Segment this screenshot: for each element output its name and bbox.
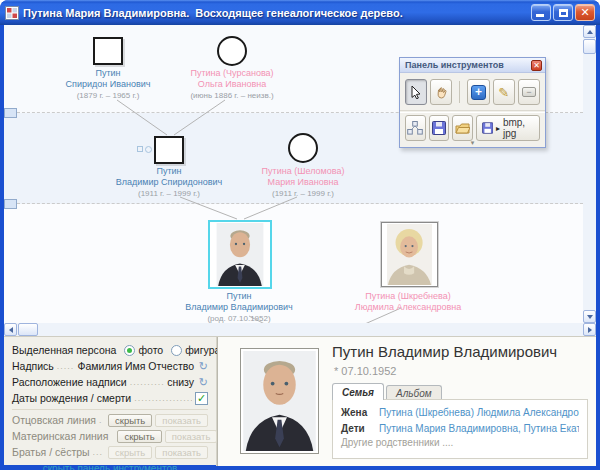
add-person-button[interactable]: + — [467, 79, 489, 105]
hidden-sibling-square-icon — [137, 146, 143, 152]
arrow-left-icon — [9, 327, 13, 333]
export-arrow-icon: ▸ — [496, 124, 500, 133]
siblings-row: Братья / сёстры скрыть показать — [12, 444, 208, 460]
folder-icon — [455, 122, 470, 134]
person-node-putin-selected[interactable] — [208, 220, 272, 289]
cycle-position-icon[interactable]: ↻ — [194, 376, 208, 389]
dotted-leader — [130, 377, 164, 387]
horizontal-scrollbar[interactable] — [4, 323, 596, 336]
siblings-label: Братья / сёстры — [12, 446, 90, 458]
person-label: Путина (Шкребнева) Людмила Александровна — [333, 291, 483, 313]
siblings-show-button[interactable]: показать — [155, 446, 208, 459]
close-button[interactable]: ✕ — [575, 4, 595, 21]
open-button[interactable] — [452, 115, 473, 141]
vertical-scrollbar[interactable] — [583, 25, 596, 323]
scroll-down-button[interactable] — [583, 310, 596, 323]
toolbox-titlebar[interactable]: Панель инструментов ✕ — [400, 58, 545, 73]
father-line-label: Отцовская линия — [12, 414, 96, 426]
tab-family[interactable]: Семья — [332, 383, 384, 400]
dotted-leader — [134, 393, 192, 403]
scroll-left-button[interactable] — [4, 323, 17, 336]
app-window: Путина Мария Владимировна. Восходящее ге… — [0, 0, 600, 470]
children-links[interactable]: Путина Мария Владимировна, Путина Екатер… — [379, 423, 579, 434]
tree-layout-button[interactable] — [405, 115, 426, 141]
edit-person-button[interactable]: ✎ — [493, 79, 515, 105]
putin-portrait — [211, 223, 269, 286]
father-show-button[interactable]: показать — [155, 414, 208, 427]
toolbox-collapse-grip[interactable]: ▾ — [400, 140, 545, 147]
father-line-row: Отцовская линия скрыть показать — [12, 412, 208, 428]
person-node-spiridon[interactable] — [93, 37, 123, 65]
tree-canvas[interactable]: Путин Спиридон Иванович (1879 г. – 1965 … — [4, 25, 583, 323]
caption-position-row: Расположение надписи снизу ↻ — [12, 374, 208, 390]
person-name: Путин Владимир Владимирович — [332, 343, 557, 360]
caption-row: Надпись Фамилия Имя Отчество ↻ — [12, 358, 208, 374]
floppy-icon — [482, 121, 493, 135]
father-hide-button[interactable]: скрыть — [108, 414, 152, 427]
wife-row: Жена Путина (Шкребнева) Людмила Александ… — [341, 404, 579, 420]
hand-icon — [435, 86, 448, 99]
toolbox-close-button[interactable]: ✕ — [531, 60, 542, 71]
radio-figure-label: фигура — [185, 344, 220, 356]
radio-figure[interactable] — [171, 345, 182, 356]
arrow-up-icon — [587, 30, 593, 34]
selected-person-label: Выделенная персона — [12, 344, 116, 356]
caption-label: Надпись — [12, 360, 54, 372]
scroll-up-button[interactable] — [583, 25, 596, 38]
minimize-icon — [536, 14, 544, 17]
person-node-vladimir-sr[interactable] — [154, 136, 184, 164]
dates-checkbox[interactable]: ✓ — [195, 392, 208, 405]
wife-label: Жена — [341, 407, 379, 418]
wife-link[interactable]: Путина (Шкребнева) Людмила Александровна — [379, 407, 579, 418]
person-label: Путина (Шеломова) Мария Ивановна (1911 г… — [228, 166, 378, 199]
other-relatives-link[interactable]: Другие родственники .... — [341, 437, 579, 448]
export-format-label: bmp, jpg — [503, 117, 534, 139]
inspector-separator — [12, 409, 208, 410]
family-tab-content: Жена Путина (Шкребнева) Людмила Александ… — [332, 399, 588, 459]
radio-selected-dot — [127, 348, 132, 353]
toolbox-title: Панель инструментов — [405, 60, 504, 70]
radio-photo[interactable] — [124, 345, 135, 356]
person-tabs: Семья Альбом — [332, 383, 442, 400]
remove-person-icon: − — [522, 87, 536, 97]
person-label: Путин Владимир Спиридонович (1911 г. – 1… — [94, 166, 244, 199]
person-node-maria[interactable] — [288, 133, 318, 163]
radio-photo-label: фото — [138, 344, 163, 356]
bottom-panel: Выделенная персона фото фигура Надпись Ф… — [4, 336, 596, 465]
caption-position-label: Расположение надписи — [12, 376, 127, 388]
save-button[interactable] — [429, 115, 450, 141]
pan-tool-button[interactable] — [430, 79, 452, 105]
remove-person-button[interactable]: − — [518, 79, 540, 105]
person-photo — [240, 348, 319, 454]
vertical-scroll-thumb[interactable] — [583, 39, 596, 54]
tab-album[interactable]: Альбом — [386, 385, 442, 400]
person-node-olga[interactable] — [217, 36, 247, 66]
person-label: Путин Владимир Владимирович (род. 07.10.… — [164, 291, 314, 323]
scroll-right-button[interactable] — [583, 323, 596, 336]
dotted-leader — [57, 361, 75, 371]
horizontal-scroll-thumb[interactable] — [18, 323, 38, 336]
lyudmila-portrait — [383, 224, 436, 285]
add-person-icon: + — [471, 85, 486, 100]
cycle-caption-icon[interactable]: ↻ — [194, 360, 208, 373]
children-row: Дети Путина Мария Владимировна, Путина Е… — [341, 420, 579, 436]
person-birth-date: * 07.10.1952 — [334, 365, 396, 377]
selected-person-row: Выделенная персона фото фигура — [12, 342, 208, 358]
caption-position-value: снизу — [167, 376, 194, 388]
mother-hide-button[interactable]: скрыть — [117, 430, 161, 443]
maximize-button[interactable] — [553, 4, 573, 21]
tree-layout-icon — [407, 121, 423, 135]
mother-show-button[interactable]: показать — [165, 430, 218, 443]
hide-toolbox-link[interactable]: скрыть панель инструментов — [12, 463, 208, 470]
arrow-down-icon — [587, 315, 593, 319]
toolbox-row-tools: + ✎ − — [400, 74, 545, 111]
siblings-hide-button[interactable]: скрыть — [108, 446, 152, 459]
minimize-button[interactable] — [531, 4, 551, 21]
export-image-button[interactable]: ▸ bmp, jpg — [476, 115, 540, 141]
select-tool-button[interactable] — [405, 79, 427, 105]
person-node-lyudmila[interactable] — [381, 222, 438, 287]
putin-portrait-large — [243, 351, 316, 451]
hidden-relatives-indicator[interactable] — [137, 146, 152, 153]
hidden-sibling-circle-icon — [145, 146, 152, 153]
inspector-panel: Выделенная персона фото фигура Надпись Ф… — [4, 337, 217, 466]
